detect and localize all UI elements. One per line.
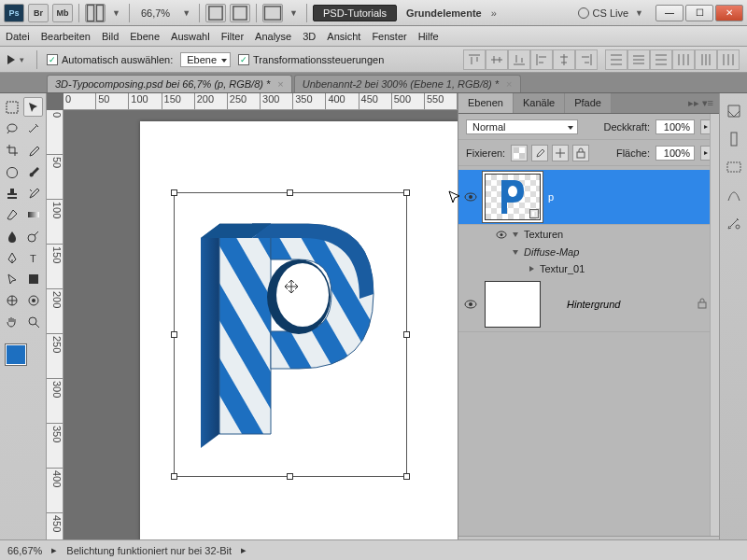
chevron-down-icon[interactable] [513, 232, 518, 237]
layer-name[interactable]: p [548, 191, 554, 203]
sublayer-texturen[interactable]: Texturen [496, 225, 719, 244]
menu-fenster[interactable]: Fenster [372, 31, 406, 42]
zoom-tool-icon[interactable] [230, 4, 250, 22]
sublayer-textur01[interactable]: Textur_01 [496, 260, 719, 277]
color-swatches[interactable] [2, 339, 41, 372]
align-bottom-icon[interactable] [508, 49, 530, 70]
patch-tool-icon[interactable] [2, 161, 21, 181]
layer-name[interactable]: Hintergrund [567, 299, 620, 310]
lock-all-icon[interactable] [572, 145, 589, 161]
statusbar-chevron-icon[interactable]: ▸ [241, 544, 247, 556]
dock-icon[interactable] [724, 101, 744, 121]
workspace-switcher[interactable]: PSD-Tutorials [313, 5, 397, 21]
blur-tool-icon[interactable] [2, 226, 21, 245]
transform-handle[interactable] [171, 331, 177, 338]
tab-pfade[interactable]: Pfade [565, 93, 612, 113]
shape-tool-icon[interactable] [23, 269, 43, 288]
chevron-down-icon[interactable]: ▼ [109, 8, 123, 18]
visibility-icon[interactable] [464, 190, 477, 203]
lock-position-icon[interactable] [552, 145, 569, 161]
transform-handle[interactable] [403, 189, 410, 196]
dodge-tool-icon[interactable] [23, 226, 43, 245]
photoshop-icon[interactable]: Ps [4, 4, 24, 22]
distribute-top-icon[interactable] [605, 49, 627, 70]
align-right-icon[interactable] [575, 49, 598, 70]
layer-row-hintergrund[interactable]: Hintergrund [458, 277, 719, 332]
menu-bearbeiten[interactable]: Bearbeiten [41, 31, 91, 42]
opacity-value[interactable]: 100% [655, 119, 695, 134]
document-tab-active[interactable]: 3D-Typocomposing.psd bei 66,7% (p, RGB/8… [47, 75, 292, 92]
blendmode-dropdown[interactable]: Normal [466, 119, 578, 134]
type-tool-icon[interactable]: T [23, 247, 43, 267]
distribute-vcenter-icon[interactable] [627, 49, 650, 70]
align-hcenter-icon[interactable] [553, 49, 575, 70]
align-left-icon[interactable] [530, 49, 553, 70]
menu-3d[interactable]: 3D [303, 31, 316, 42]
visibility-icon[interactable] [464, 298, 477, 311]
transform-handle[interactable] [171, 189, 177, 196]
lock-transparent-icon[interactable] [511, 145, 528, 161]
dock-icon[interactable] [724, 213, 744, 233]
bridge-icon[interactable]: Br [28, 4, 49, 22]
chevron-down-icon[interactable] [513, 250, 518, 255]
chevron-right-icon[interactable] [529, 266, 534, 272]
gradient-tool-icon[interactable] [23, 204, 43, 224]
wand-tool-icon[interactable] [23, 119, 43, 138]
move-tool-icon[interactable] [23, 97, 43, 117]
menu-hilfe[interactable]: Hilfe [418, 31, 439, 42]
transform-handle[interactable] [403, 331, 410, 338]
minibridge-icon[interactable]: Mb [52, 4, 73, 22]
chevron-down-icon[interactable]: ▼ [179, 8, 193, 18]
align-top-icon[interactable] [463, 49, 486, 70]
lasso-tool-icon[interactable] [2, 119, 21, 138]
close-button[interactable]: ✕ [715, 5, 743, 21]
transform-handle[interactable] [287, 189, 293, 196]
distribute-hcenter-icon[interactable] [695, 49, 717, 70]
lock-pixels-icon[interactable] [531, 145, 548, 161]
minimize-button[interactable]: — [655, 5, 684, 21]
eraser-tool-icon[interactable] [2, 204, 21, 224]
menu-auswahl[interactable]: Auswahl [171, 31, 210, 42]
zoom-tool-icon[interactable] [23, 312, 43, 331]
marquee-tool-icon[interactable] [2, 97, 21, 117]
brush-tool-icon[interactable] [23, 161, 43, 181]
layer-thumbnail[interactable]: ◧ [485, 174, 541, 220]
transform-bounding-box[interactable] [174, 192, 407, 477]
menu-datei[interactable]: Datei [6, 31, 30, 42]
document-tab[interactable]: Unbenannt-2 bei 300% (Ebene 1, RGB/8) *× [294, 75, 521, 92]
active-tool-icon[interactable]: ▾ [7, 55, 27, 64]
dock-icon[interactable] [724, 185, 744, 205]
dock-icon[interactable] [724, 157, 744, 177]
distribute-bottom-icon[interactable] [650, 49, 672, 70]
screenmode-icon[interactable] [262, 4, 283, 22]
close-icon[interactable]: × [506, 78, 512, 90]
menu-ansicht[interactable]: Ansicht [327, 31, 360, 42]
zoom-display[interactable]: 66,7% [135, 7, 176, 19]
auto-select-target-dropdown[interactable]: Ebene [180, 52, 231, 67]
arrange-icon[interactable] [85, 4, 106, 22]
layer-thumbnail[interactable] [485, 281, 541, 328]
vertical-ruler[interactable]: 050100150200250300350400450 [47, 110, 63, 558]
menu-analyse[interactable]: Analyse [255, 31, 291, 42]
horizontal-ruler[interactable]: 050100150200250300350400450500550 [63, 93, 458, 110]
distribute-right-icon[interactable] [717, 49, 740, 70]
close-icon[interactable]: × [277, 78, 283, 90]
auto-select-checkbox[interactable]: ✓Automatisch auswählen: [47, 54, 173, 65]
stamp-tool-icon[interactable] [2, 183, 21, 203]
panel-scrollbar[interactable] [710, 114, 719, 536]
fill-value[interactable]: 100% [655, 146, 695, 161]
menu-bild[interactable]: Bild [102, 31, 119, 42]
layer-row-p[interactable]: ◧ p [458, 170, 719, 225]
transform-controls-checkbox[interactable]: ✓Transformationssteuerungen [238, 54, 384, 65]
tab-kanaele[interactable]: Kanäle [514, 93, 565, 113]
maximize-button[interactable]: ☐ [685, 5, 713, 21]
transform-handle[interactable] [171, 473, 177, 480]
chevron-right-icon[interactable]: » [491, 7, 497, 19]
chevron-down-icon[interactable]: ▼ [287, 8, 301, 18]
3d-camera-tool-icon[interactable] [23, 290, 43, 310]
path-select-tool-icon[interactable] [2, 269, 21, 288]
sublayer-diffusemap[interactable]: Diffuse-Map [496, 244, 719, 260]
statusbar-zoom[interactable]: 66,67% [7, 545, 42, 556]
crop-tool-icon[interactable] [2, 140, 21, 160]
align-vcenter-icon[interactable] [486, 49, 508, 70]
